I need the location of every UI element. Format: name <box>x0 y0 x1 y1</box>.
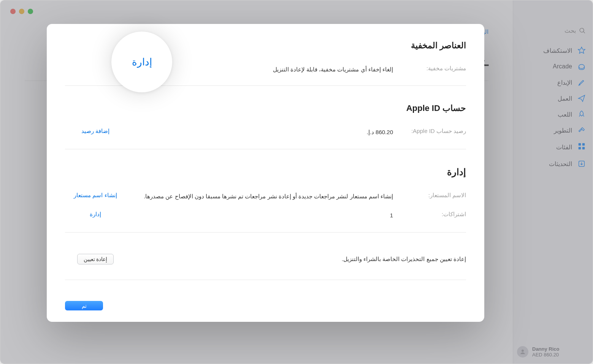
nickname-label: الاسم المستعار: <box>405 192 466 199</box>
reset-warnings-text: إعادة تعيين جميع التحذيرات الخاصة بالشرا… <box>126 256 466 263</box>
done-button[interactable]: تم <box>65 301 103 310</box>
apple-id-account-title: حساب Apple ID <box>65 103 466 113</box>
add-funds-button[interactable]: إضافة رصيد <box>81 128 109 135</box>
reset-warnings-button[interactable]: إعادة تعيين <box>77 254 114 264</box>
nickname-desc: إنشاء اسم مستعار لنشر مراجعات جديدة أو إ… <box>126 192 405 201</box>
subscriptions-label: اشتراكات: <box>405 211 466 218</box>
hidden-items-title: العناصر المخفية <box>65 41 466 51</box>
create-nickname-button[interactable]: إنشاء اسم مستعار <box>74 192 117 199</box>
apple-id-balance-value: 860.20 د.إ. <box>126 128 405 137</box>
apple-id-balance-label: رصيد حساب Apple ID: <box>405 128 466 135</box>
manage-subscriptions-button[interactable]: إدارة <box>90 211 101 218</box>
manage-title: إدارة <box>65 167 466 177</box>
manage-hidden-button[interactable]: إدارة <box>132 56 152 68</box>
hidden-purchases-label: مشتريات مخفية: <box>405 65 466 72</box>
account-settings-modal: العناصر المخفية مشتريات مخفية: إلغاء إخف… <box>47 24 484 322</box>
hidden-purchases-desc: إلغاء إخفاء أي مشتريات مخفية، قابلة لإعا… <box>126 65 405 74</box>
subscriptions-value: 1 <box>126 211 405 220</box>
